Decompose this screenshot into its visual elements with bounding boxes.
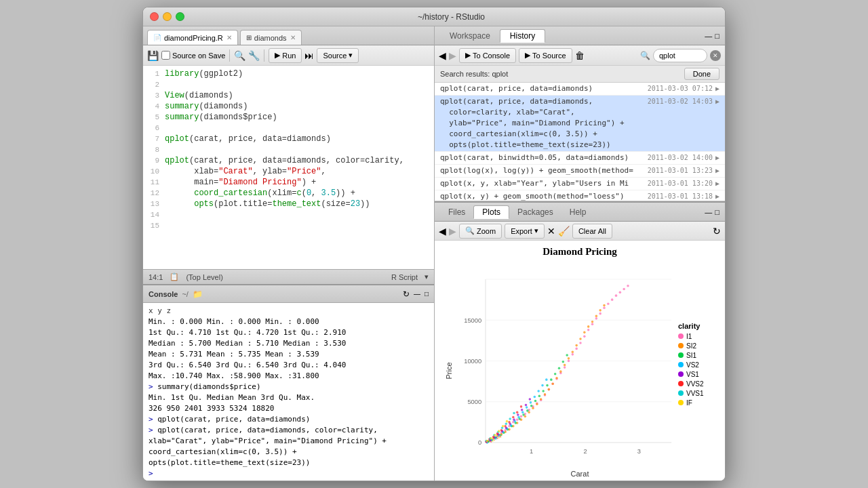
legend-label-vvs2: VVS2 (686, 380, 704, 388)
maximize-icon[interactable]: □ (425, 290, 429, 298)
tab-diamond-pricing[interactable]: 📄 diamondPricing.R ✕ (147, 30, 238, 45)
svg-point-33 (572, 353, 574, 356)
next-plot-icon[interactable]: ▶ (449, 226, 456, 237)
svg-point-19 (516, 418, 519, 421)
tab-label: diamondPricing.R (164, 34, 223, 42)
svg-point-67 (564, 364, 566, 367)
delete-icon[interactable]: 🗑 (575, 50, 585, 61)
search-clear-button[interactable]: ✕ (710, 50, 721, 61)
refresh-icon[interactable]: ↻ (403, 289, 410, 299)
sep2 (264, 49, 264, 62)
console-line: 326 950 2401 3933 5324 18820 (149, 403, 429, 414)
code-editor[interactable]: 1 library(ggplot2) 2 3 View(diamonds) 4 … (143, 66, 434, 269)
to-source-icon: ▶ (525, 51, 530, 60)
chart-legend: clarity I1 SI2 SI1 (675, 263, 719, 467)
history-item-1[interactable]: qplot(carat, price, data=diamonds, color… (435, 96, 725, 152)
to-source-button[interactable]: ▶ To Source (519, 48, 572, 63)
svg-point-69 (572, 350, 574, 353)
svg-point-36 (583, 336, 586, 338)
svg-point-72 (583, 331, 586, 334)
save-icon: 💾 (147, 50, 159, 61)
max-icon[interactable]: □ (715, 32, 719, 40)
to-console-button[interactable]: ▶ To Console (459, 48, 516, 63)
svg-point-133 (508, 421, 511, 424)
console-prompt-line: > qplot(carat, price, data=diamonds) (149, 414, 429, 425)
svg-point-143 (509, 418, 511, 420)
export-button[interactable]: Export ▾ (505, 224, 545, 239)
code-line-15: 15 (143, 220, 434, 231)
history-item-5[interactable]: qplot(x, y) + geom_smooth(method="loess"… (435, 190, 725, 201)
legend-vvs1: VVS1 (678, 390, 719, 397)
code-line-9: 9 qplot(carat, price, data=diamonds, col… (143, 155, 434, 166)
titlebar: ~/history - RStudio (143, 7, 725, 26)
tab-packages[interactable]: Packages (509, 206, 561, 218)
scatter-plot: 0 5000 10000 15000 1 2 3 (462, 263, 675, 467)
sep1 (229, 49, 230, 62)
min-icon[interactable]: — (705, 32, 712, 40)
svg-point-93 (546, 384, 549, 387)
svg-point-71 (579, 338, 582, 340)
legend-label-si1: SI1 (686, 352, 696, 359)
history-search-input[interactable] (653, 49, 707, 62)
minimize-icon[interactable]: — (414, 290, 420, 298)
svg-point-131 (500, 429, 503, 432)
source-dropdown-icon[interactable]: ▾ (349, 51, 353, 60)
console-content[interactable]: x y z Min. : 0.000 Min. : 0.000 Min. : 0… (143, 303, 434, 481)
svg-point-88 (526, 409, 529, 412)
window-controls[interactable] (150, 12, 184, 21)
plots-toolbar: ◀ ▶ 🔍 Zoom Export ▾ ✕ 🧹 Clear All (435, 222, 725, 241)
close-button[interactable] (150, 12, 159, 21)
history-item-0[interactable]: qplot(carat, price, data=diamonds) 2011-… (435, 83, 725, 96)
legend-dot-i1 (678, 333, 684, 339)
svg-point-91 (538, 394, 541, 397)
svg-text:5000: 5000 (467, 398, 481, 405)
history-item-2[interactable]: qplot(carat, binwidth=0.05, data=diamond… (435, 152, 725, 165)
refresh-plot-icon[interactable]: ↻ (713, 226, 721, 237)
tab-plots[interactable]: Plots (473, 205, 509, 219)
max-icon2[interactable]: □ (715, 208, 719, 216)
editor-toolbar: 💾 Source on Save 🔍 🔧 ▶ Run ⏭ Source ▾ (143, 45, 434, 66)
code-line-2: 2 (143, 79, 434, 90)
prev-plot-icon[interactable]: ◀ (439, 226, 446, 237)
to-console-icon: ▶ (465, 51, 471, 60)
svg-point-37 (587, 329, 590, 331)
svg-point-40 (599, 312, 601, 315)
legend-vs2: VS2 (678, 361, 719, 369)
svg-point-123 (517, 413, 519, 416)
svg-point-132 (504, 425, 507, 428)
svg-point-76 (599, 309, 601, 312)
tab-close-icon[interactable]: ✕ (226, 34, 232, 41)
export-dropdown-icon[interactable]: ▾ (534, 226, 538, 235)
export-label: Export (511, 227, 532, 235)
tab-workspace[interactable]: Workspace (440, 30, 500, 42)
clear-all-button[interactable]: Clear All (572, 224, 612, 239)
source-on-save-checkbox[interactable] (161, 51, 170, 60)
svg-text:15000: 15000 (464, 317, 481, 324)
forward-icon[interactable]: ▶ (449, 50, 456, 61)
console-line: xlab="Carat", ylab="Price", main="Diamon… (149, 436, 429, 447)
tools-icon: 🔧 (248, 50, 260, 61)
done-button[interactable]: Done (684, 68, 719, 80)
script-dropdown-icon[interactable]: ▾ (425, 272, 429, 281)
history-results[interactable]: Search results: qplot Done qplot(carat, … (435, 66, 725, 201)
history-item-4[interactable]: qplot(x, y, xlab="Year", ylab="Users in … (435, 178, 725, 190)
tab-diamonds[interactable]: ⊞ diamonds ✕ (240, 30, 302, 45)
editor-tab-bar: 📄 diamondPricing.R ✕ ⊞ diamonds ✕ (143, 26, 434, 45)
tab-files[interactable]: Files (440, 206, 473, 218)
history-item-3[interactable]: qplot(log(x), log(y)) + geom_smooth(meth… (435, 165, 725, 178)
legend-dot-si2 (678, 343, 684, 348)
delete-plot-icon[interactable]: ✕ (547, 226, 555, 237)
tab-help[interactable]: Help (561, 206, 595, 218)
tab-history[interactable]: History (500, 29, 545, 43)
back-icon[interactable]: ◀ (439, 50, 446, 61)
folder-icon[interactable]: 📁 (193, 289, 203, 299)
maximize-button[interactable] (176, 12, 184, 21)
minimize-button[interactable] (163, 12, 172, 21)
svg-point-64 (551, 382, 554, 385)
min-icon2[interactable]: — (705, 208, 712, 216)
svg-point-111 (534, 396, 536, 399)
zoom-button[interactable]: 🔍 Zoom (459, 224, 502, 239)
run-button[interactable]: ▶ Run (269, 48, 302, 63)
tab-close-icon[interactable]: ✕ (290, 34, 296, 41)
source-button[interactable]: Source ▾ (317, 48, 359, 63)
